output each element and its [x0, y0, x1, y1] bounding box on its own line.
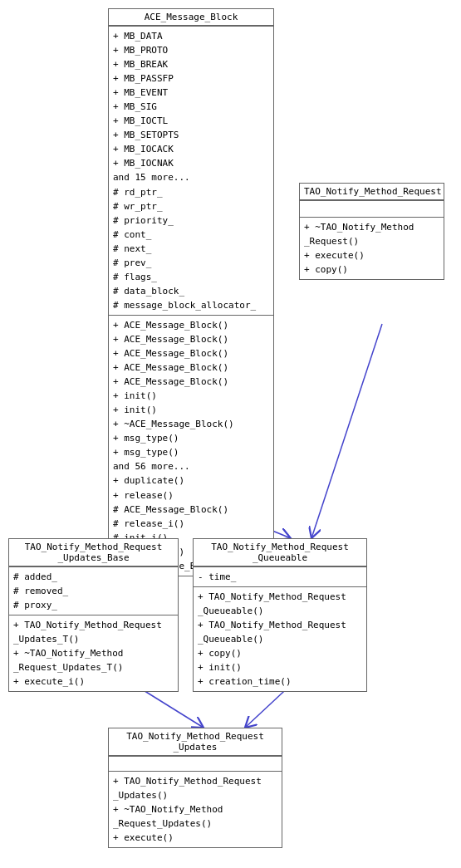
tao-updates-section2: + TAO_Notify_Method_Request _Updates() +… [109, 771, 282, 847]
tao-updates-base-title: TAO_Notify_Method_Request _Updates_Base [9, 539, 178, 566]
tao-notify-section1 [300, 200, 444, 217]
tao-updates-base-box: TAO_Notify_Method_Request _Updates_Base … [8, 538, 179, 692]
ace-message-block-box: ACE_Message_Block + MB_DATA + MB_PROTO +… [108, 8, 274, 576]
tao-updates-base-section2: + TAO_Notify_Method_Request _Updates_T()… [9, 615, 178, 691]
tao-notify-method-request-box: TAO_Notify_Method_Request + ~TAO_Notify_… [299, 183, 444, 280]
tao-queueable-section1: - time_ [194, 566, 366, 586]
ace-message-block-section2: + ACE_Message_Block() + ACE_Message_Bloc… [109, 315, 273, 576]
diagram-container: ACE_Message_Block + MB_DATA + MB_PROTO +… [0, 0, 461, 868]
tao-notify-method-request-title: TAO_Notify_Method_Request [300, 184, 444, 200]
tao-notify-section2: + ~TAO_Notify_Method _Request() + execut… [300, 217, 444, 279]
tao-queueable-title: TAO_Notify_Method_Request _Queueable [194, 539, 366, 566]
ace-message-block-title: ACE_Message_Block [109, 9, 273, 26]
tao-queueable-section2: + TAO_Notify_Method_Request _Queueable()… [194, 586, 366, 691]
tao-queueable-box: TAO_Notify_Method_Request _Queueable - t… [193, 538, 367, 692]
tao-updates-section1 [109, 756, 282, 771]
svg-line-2 [311, 324, 382, 538]
tao-updates-base-section1: # added_ # removed_ # proxy_ [9, 566, 178, 615]
tao-updates-title: TAO_Notify_Method_Request _Updates [109, 728, 282, 756]
ace-message-block-section1: + MB_DATA + MB_PROTO + MB_BREAK + MB_PAS… [109, 26, 273, 315]
tao-updates-box: TAO_Notify_Method_Request _Updates + TAO… [108, 728, 282, 848]
